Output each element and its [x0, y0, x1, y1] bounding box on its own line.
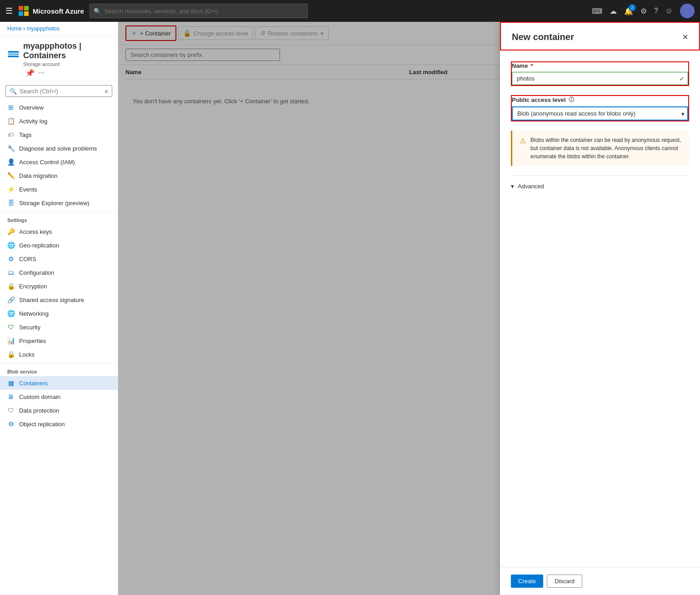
sidebar-item-object-replication[interactable]: ⚙ Object replication — [0, 417, 118, 431]
logo-text: Microsoft Azure — [33, 7, 84, 15]
diagnose-icon: 🔧 — [7, 145, 15, 152]
storage-explorer-icon: 🗄 — [7, 199, 15, 207]
encryption-icon: 🔒 — [7, 282, 15, 290]
storage-account-icon — [7, 47, 20, 61]
sidebar-item-configuration[interactable]: 🗂 Configuration — [0, 266, 118, 279]
custom-domain-icon: 🖥 — [7, 393, 15, 400]
svg-rect-3 — [24, 11, 29, 16]
sidebar-item-configuration-label: Configuration — [19, 269, 54, 276]
svg-rect-6 — [8, 55, 19, 57]
sidebar-item-security[interactable]: 🛡 Security — [0, 320, 118, 334]
sidebar-item-data-migration[interactable]: ✏️ Data migration — [0, 169, 118, 182]
sidebar-item-data-protection[interactable]: 🛡 Data protection — [0, 403, 118, 417]
collapse-sidebar-icon[interactable]: « — [105, 87, 108, 95]
sidebar-item-tags-label: Tags — [19, 131, 31, 138]
sidebar: Home › myappphotos myappphotos | Contain… — [0, 22, 118, 595]
sidebar-search[interactable]: 🔍 « — [5, 85, 112, 97]
advanced-toggle[interactable]: ▾ Advanced — [511, 183, 689, 190]
sidebar-item-locks[interactable]: 🔒 Locks — [0, 348, 118, 361]
activity-log-icon: 📋 — [7, 117, 15, 125]
sidebar-item-cors[interactable]: ⚙ CORS — [0, 252, 118, 266]
notification-icon[interactable]: 🔔 2 — [624, 7, 633, 15]
sidebar-item-iam[interactable]: 👤 Access Control (IAM) — [0, 155, 118, 169]
sidebar-item-activity-log[interactable]: 📋 Activity log — [0, 114, 118, 128]
warning-icon: ⚠ — [520, 136, 526, 161]
sidebar-search-input[interactable] — [20, 88, 102, 95]
sidebar-item-networking[interactable]: 🌐 Networking — [0, 307, 118, 320]
access-level-info-icon[interactable]: ⓘ — [569, 96, 574, 104]
help-icon[interactable]: ? — [654, 7, 658, 15]
access-level-select[interactable]: Private (no anonymous access) Blob (anon… — [512, 106, 688, 121]
main-layout: Home › myappphotos myappphotos | Contain… — [0, 22, 700, 595]
cors-icon: ⚙ — [7, 255, 15, 262]
events-icon: ⚡ — [7, 186, 15, 193]
sidebar-item-encryption-label: Encryption — [19, 283, 47, 290]
sidebar-item-sas-label: Shared access signature — [19, 297, 84, 303]
sidebar-item-events[interactable]: ⚡ Events — [0, 182, 118, 196]
settings-section-label: Settings — [0, 212, 118, 225]
name-label-text: Name — [512, 62, 528, 69]
configuration-icon: 🗂 — [7, 269, 15, 276]
avatar[interactable] — [680, 4, 695, 18]
panel-close-button[interactable]: ✕ — [682, 33, 688, 41]
panel-body: Name * ✓ Public access level ⓘ — [500, 50, 700, 567]
panel-footer: Create Discard — [500, 567, 700, 595]
locks-icon: 🔒 — [7, 351, 15, 358]
pin-icon[interactable]: 📌 — [25, 69, 35, 77]
breadcrumb-resource[interactable]: myappphotos — [27, 25, 60, 32]
sidebar-item-geo-replication[interactable]: 🌐 Geo-replication — [0, 238, 118, 252]
sidebar-item-access-keys-label: Access keys — [19, 228, 52, 235]
breadcrumb: Home › myappphotos — [0, 22, 118, 36]
sidebar-item-sas[interactable]: 🔗 Shared access signature — [0, 293, 118, 307]
data-migration-icon: ✏️ — [7, 172, 15, 179]
object-replication-icon: ⚙ — [7, 420, 15, 428]
main-content: ＋ + Container 🔒 Change access level ↺ Re… — [118, 22, 700, 595]
sidebar-item-geo-replication-label: Geo-replication — [19, 242, 59, 249]
topnav: ☰ Microsoft Azure 🔍 ⌨ ☁ 🔔 2 ⚙ ? ☺ — [0, 0, 700, 22]
sidebar-item-iam-label: Access Control (IAM) — [19, 159, 75, 166]
cloud-shell-icon[interactable]: ☁ — [610, 7, 617, 15]
sidebar-item-diagnose[interactable]: 🔧 Diagnose and solve problems — [0, 141, 118, 155]
sidebar-item-custom-domain[interactable]: 🖥 Custom domain — [0, 390, 118, 403]
networking-icon: 🌐 — [7, 310, 15, 317]
search-icon: 🔍 — [94, 8, 101, 15]
search-input[interactable] — [105, 8, 304, 15]
warning-box: ⚠ Blobs within the container can be read… — [511, 131, 689, 166]
sidebar-item-containers[interactable]: ▦ Containers — [0, 376, 118, 390]
hamburger-icon[interactable]: ☰ — [5, 6, 13, 16]
sas-icon: 🔗 — [7, 296, 15, 303]
advanced-chevron-icon: ▾ — [511, 183, 514, 190]
sidebar-item-custom-domain-label: Custom domain — [19, 393, 60, 400]
container-name-input[interactable] — [512, 72, 688, 85]
sidebar-item-overview-label: Overview — [19, 104, 44, 111]
data-protection-icon: 🛡 — [7, 407, 15, 414]
sidebar-item-cors-label: CORS — [19, 256, 36, 262]
sidebar-item-properties[interactable]: 📊 Properties — [0, 334, 118, 348]
warning-text: Blobs within the container can be read b… — [530, 136, 682, 161]
feedback-icon[interactable]: ☺ — [665, 7, 673, 15]
sidebar-item-storage-explorer[interactable]: 🗄 Storage Explorer (preview) — [0, 196, 118, 210]
sidebar-item-overview[interactable]: ⊞ Overview — [0, 101, 118, 114]
name-input-wrapper: ✓ — [512, 72, 688, 85]
sidebar-nav: ⊞ Overview 📋 Activity log 🏷 Tags 🔧 Diagn… — [0, 101, 118, 595]
panel-header: New container ✕ — [500, 22, 700, 50]
settings-icon[interactable]: ⚙ — [640, 7, 647, 15]
svg-rect-5 — [8, 53, 19, 55]
sidebar-item-encryption[interactable]: 🔒 Encryption — [0, 279, 118, 293]
discard-button[interactable]: Discard — [547, 575, 582, 588]
breadcrumb-home[interactable]: Home — [7, 25, 22, 32]
terminal-icon[interactable]: ⌨ — [592, 7, 602, 15]
sidebar-item-data-migration-label: Data migration — [19, 172, 58, 179]
search-bar[interactable]: 🔍 — [90, 4, 308, 18]
sidebar-item-access-keys[interactable]: 🔑 Access keys — [0, 225, 118, 238]
sidebar-item-tags[interactable]: 🏷 Tags — [0, 128, 118, 141]
svg-rect-1 — [24, 6, 29, 10]
more-options-icon[interactable]: ··· — [38, 69, 44, 77]
sidebar-item-networking-label: Networking — [19, 310, 49, 317]
advanced-section: ▾ Advanced — [511, 175, 689, 190]
sidebar-item-activity-log-label: Activity log — [19, 118, 47, 125]
create-button[interactable]: Create — [511, 575, 543, 588]
sidebar-item-object-replication-label: Object replication — [19, 421, 65, 428]
security-icon: 🛡 — [7, 323, 15, 331]
access-level-select-wrapper: Private (no anonymous access) Blob (anon… — [512, 106, 688, 121]
